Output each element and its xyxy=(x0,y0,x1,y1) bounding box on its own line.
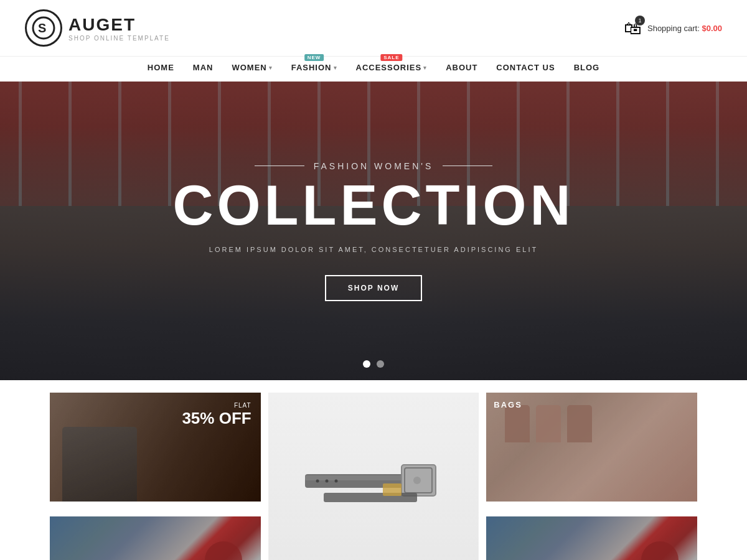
hero-dot-1[interactable] xyxy=(363,360,370,368)
product-shoes[interactable]: FLAT 35% OFF xyxy=(50,393,261,509)
nav-blog[interactable]: BLOG xyxy=(574,63,600,72)
product-grid: FLAT 35% OFF xyxy=(50,393,697,560)
svg-point-8 xyxy=(316,480,319,483)
nav-home[interactable]: HOME xyxy=(148,63,174,72)
belt-visual xyxy=(305,446,442,521)
svg-point-10 xyxy=(334,480,337,483)
hero-dots xyxy=(363,360,384,368)
hero-subtitle: FASHION WOMEN'S xyxy=(173,161,575,171)
cart-label: Shopping cart: $0.00 xyxy=(647,24,722,33)
nav-contact[interactable]: CONTACT US xyxy=(496,63,555,72)
chevron-down-icon: ▾ xyxy=(334,65,337,71)
svg-point-6 xyxy=(413,477,421,484)
nav-fashion[interactable]: NEW FASHION ▾ xyxy=(291,63,337,72)
hero-description: LOREM IPSUM DOLOR SIT AMET, CONSECTETUER… xyxy=(173,246,575,253)
logo-text: AUGET SHOP ONLINE TEMPLATE xyxy=(68,15,170,42)
cart-icon-wrap: 🛍 1 xyxy=(624,18,641,39)
accessories-badge: SALE xyxy=(380,54,402,61)
svg-text:S: S xyxy=(38,21,46,35)
logo-icon: S xyxy=(25,9,62,47)
discount-badge: FLAT 35% OFF xyxy=(182,402,251,428)
product-accessories-right[interactable]: ACCESORIES FOR MEN xyxy=(486,516,697,561)
brand-sub: SHOP ONLINE TEMPLATE xyxy=(68,35,170,42)
brand-name: AUGET xyxy=(68,15,170,35)
hero-title: COLLECTION xyxy=(173,177,575,233)
hero-section: FASHION WOMEN'S COLLECTION LOREM IPSUM D… xyxy=(0,82,747,380)
nav-man[interactable]: MAN xyxy=(193,63,214,72)
hero-dot-2[interactable] xyxy=(377,360,384,368)
navigation: HOME MAN WOMEN ▾ NEW FASHION ▾ SALE ACCE… xyxy=(0,57,747,82)
product-bags[interactable]: BAGS xyxy=(486,393,697,509)
hero-content: FASHION WOMEN'S COLLECTION LOREM IPSUM D… xyxy=(173,161,575,301)
chevron-down-icon: ▾ xyxy=(423,65,427,71)
svg-rect-3 xyxy=(305,475,417,480)
product-belt[interactable]: BELT FOR MEN SALE xyxy=(268,393,479,560)
product-grid-section: FLAT 35% OFF xyxy=(0,380,747,560)
svg-point-9 xyxy=(325,480,328,483)
svg-rect-7 xyxy=(324,493,417,502)
cart-area[interactable]: 🛍 1 Shopping cart: $0.00 xyxy=(624,18,722,39)
cart-badge: 1 xyxy=(635,16,645,26)
nav-accessories[interactable]: SALE ACCESSORIES ▾ xyxy=(356,63,428,72)
chevron-down-icon: ▾ xyxy=(269,65,273,71)
nav-about[interactable]: ABOUT xyxy=(446,63,477,72)
header: S AUGET SHOP ONLINE TEMPLATE 🛍 1 Shoppin… xyxy=(0,0,747,57)
svg-rect-11 xyxy=(383,483,402,496)
fashion-badge: NEW xyxy=(304,54,324,61)
product-accessories-left[interactable]: ACCESORIES FOR MEN xyxy=(50,516,261,561)
logo[interactable]: S AUGET SHOP ONLINE TEMPLATE xyxy=(25,9,170,47)
shop-now-button[interactable]: SHOP NOW xyxy=(325,275,422,301)
bags-label: BAGS xyxy=(494,400,522,409)
nav-women[interactable]: WOMEN ▾ xyxy=(232,63,272,72)
cart-price: $0.00 xyxy=(702,24,722,33)
